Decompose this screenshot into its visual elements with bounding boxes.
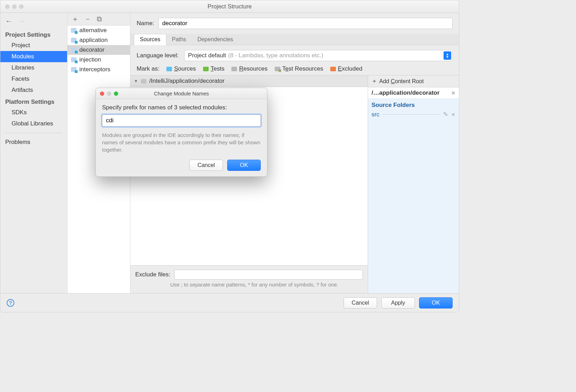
folder-icon — [141, 79, 146, 84]
modal-label: Specify prefix for names of 3 selected m… — [102, 104, 261, 111]
titlebar: Project Structure — [0, 0, 459, 13]
mark-excluded[interactable]: Excluded — [330, 65, 362, 72]
module-item-alternative[interactable]: alternative — [67, 26, 130, 35]
sidebar-heading-project: Project Settings — [0, 29, 67, 40]
module-folder-icon — [71, 38, 77, 43]
disclosure-triangle-icon[interactable]: ▼ — [134, 79, 138, 84]
remove-root-icon[interactable]: ✕ — [451, 90, 455, 96]
add-module-icon[interactable]: ＋ — [72, 14, 79, 24]
sidebar: ← → Project Settings Project Modules Lib… — [0, 13, 67, 293]
add-content-root[interactable]: ＋Add Content Root — [368, 75, 459, 87]
remove-module-icon[interactable]: － — [84, 14, 91, 24]
mark-as-label: Mark as: — [137, 65, 159, 72]
module-folder-icon — [71, 48, 77, 52]
sidebar-item-sdks[interactable]: SDKs — [0, 107, 67, 118]
module-toolbar: ＋ － ⧉ — [67, 13, 130, 26]
plus-icon: ＋ — [372, 78, 377, 85]
modal-title: Change Module Names — [96, 90, 267, 96]
exclude-hint: Use ; to separate name patterns, * for a… — [135, 282, 363, 288]
sidebar-heading-platform: Platform Settings — [0, 96, 67, 107]
mark-test-resources[interactable]: Test Resources — [275, 65, 323, 72]
change-module-names-dialog: Change Module Names Specify prefix for n… — [95, 88, 267, 177]
sidebar-item-project[interactable]: Project — [0, 40, 67, 51]
sidebar-item-artifacts[interactable]: Artifacts — [0, 85, 67, 96]
module-item-application[interactable]: application — [67, 35, 130, 45]
name-label: Name: — [137, 20, 154, 27]
help-icon[interactable]: ? — [7, 299, 14, 307]
resources-folder-icon — [231, 67, 237, 71]
exclude-panel: Exclude files: Use ; to separate name pa… — [130, 265, 368, 293]
source-folders-heading: Source Folders — [368, 99, 459, 110]
exclude-label: Exclude files: — [135, 271, 170, 278]
module-item-injection[interactable]: injection — [67, 55, 130, 65]
module-item-interceptors[interactable]: interceptors — [67, 65, 130, 74]
window-title: Project Structure — [0, 3, 459, 10]
select-arrows-icon: ▲▼ — [444, 51, 451, 60]
mark-tests[interactable]: Tests — [203, 65, 225, 72]
modal-hint: Modules are grouped in the IDE according… — [102, 131, 261, 153]
excluded-folder-icon — [330, 67, 336, 71]
module-folder-icon — [71, 67, 77, 72]
sidebar-divider — [5, 133, 62, 133]
dialog-footer: ? Cancel Apply OK — [0, 293, 459, 312]
content-root-panel: ＋Add Content Root /…application/decorato… — [368, 75, 459, 293]
module-folder-icon — [71, 57, 77, 62]
language-level-select[interactable]: Project default (8 - Lambdas, type annot… — [184, 50, 453, 61]
sidebar-item-problems[interactable]: Problems — [0, 137, 67, 148]
exclude-input[interactable] — [174, 270, 363, 280]
module-name-input[interactable] — [158, 18, 453, 29]
module-folder-icon — [71, 28, 77, 33]
sidebar-item-global-libraries[interactable]: Global Libraries — [0, 118, 67, 129]
module-item-decorator[interactable]: decorator — [67, 45, 130, 55]
sidebar-item-libraries[interactable]: Libraries — [0, 62, 67, 73]
source-folder-src[interactable]: src✎ ✕ — [368, 110, 459, 119]
modal-ok-button[interactable]: OK — [227, 160, 261, 171]
nav-forward-icon: → — [18, 17, 25, 25]
tree-root[interactable]: ▼ /IntelliJ/application/decorator — [130, 75, 368, 87]
sidebar-item-modules[interactable]: Modules — [0, 51, 67, 62]
test-resources-folder-icon — [275, 67, 280, 71]
tab-paths[interactable]: Paths — [166, 34, 192, 45]
tab-sources[interactable]: Sources — [134, 34, 166, 45]
copy-module-icon[interactable]: ⧉ — [97, 15, 102, 23]
modal-cancel-button[interactable]: Cancel — [189, 160, 223, 171]
ok-button[interactable]: OK — [419, 297, 453, 308]
sources-folder-icon — [166, 67, 172, 71]
tab-dependencies[interactable]: Dependencies — [192, 34, 239, 45]
remove-src-icon[interactable]: ✕ — [451, 112, 455, 117]
content-root-path[interactable]: /…application/decorator✕ — [368, 87, 459, 99]
sidebar-item-facets[interactable]: Facets — [0, 73, 67, 85]
module-prefix-input[interactable] — [102, 115, 261, 126]
tabstrip: Sources Paths Dependencies — [130, 34, 459, 45]
mark-sources[interactable]: Sources — [166, 65, 196, 72]
cancel-button[interactable]: Cancel — [344, 297, 377, 308]
modal-titlebar: Change Module Names — [96, 88, 267, 99]
language-level-label: Language level: — [137, 52, 179, 59]
apply-button[interactable]: Apply — [381, 297, 415, 308]
tests-folder-icon — [203, 67, 209, 71]
mark-resources[interactable]: Resources — [231, 65, 267, 72]
edit-icon[interactable]: ✎ — [443, 111, 448, 118]
nav-back-icon[interactable]: ← — [5, 17, 12, 25]
